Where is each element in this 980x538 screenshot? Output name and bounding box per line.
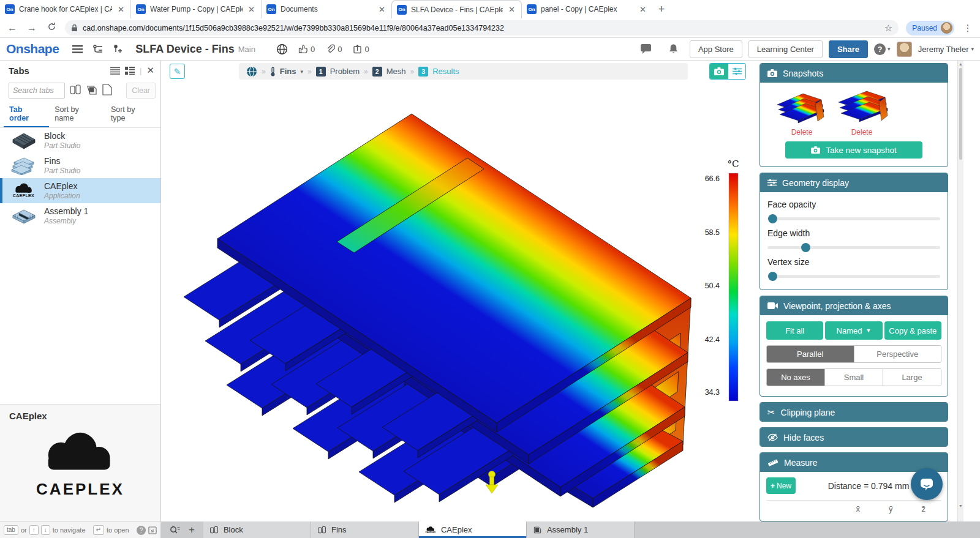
snapshots-header[interactable]: Snapshots: [760, 64, 948, 83]
browser-tab-active[interactable]: On SLFA Device - Fins | CAEplex ✕: [391, 0, 522, 18]
3d-viewport[interactable]: °C 66.6 58.5 50.4 42.4 34.3 ✎ » Fins ▾ »…: [161, 61, 755, 521]
filter-blank-icon[interactable]: [102, 84, 112, 97]
step-mesh[interactable]: Mesh: [386, 67, 406, 76]
named-views-button[interactable]: Named▼: [825, 321, 882, 340]
tab-item-fins[interactable]: Fins Part Studio: [0, 153, 160, 178]
reload-icon[interactable]: [45, 22, 58, 34]
list-view-icon[interactable]: [110, 67, 120, 75]
tab-item-name: CAEplex: [44, 181, 80, 192]
onshape-logo[interactable]: Onshape: [6, 42, 59, 56]
likes-count[interactable]: 0: [298, 44, 315, 54]
clear-search-button[interactable]: Clear: [126, 83, 156, 99]
scrollbar-thumb[interactable]: [959, 68, 962, 160]
help-menu[interactable]: ? ▾: [874, 43, 891, 55]
copies-count[interactable]: 0: [353, 44, 369, 54]
part-studio-thumbnail: [10, 131, 38, 151]
doc-tab-assembly[interactable]: Assembly 1: [527, 521, 635, 538]
browser-menu-icon[interactable]: ⋮: [962, 23, 974, 34]
help-icon[interactable]: ?: [137, 526, 146, 535]
face-opacity-slider[interactable]: [767, 214, 940, 223]
browser-tab[interactable]: On Documents ✕: [261, 0, 391, 18]
close-tab-icon[interactable]: ✕: [638, 5, 647, 14]
edit-setup-button[interactable]: ✎: [170, 64, 185, 79]
search-tabs-input[interactable]: [9, 83, 65, 99]
doc-tab-fins[interactable]: Fins: [311, 521, 419, 538]
fit-all-button[interactable]: Fit all: [766, 321, 823, 340]
forward-icon[interactable]: →: [26, 23, 38, 34]
links-count[interactable]: 0: [326, 44, 342, 54]
new-version-icon[interactable]: [113, 44, 122, 54]
public-globe-icon[interactable]: [276, 43, 288, 55]
app-store-button[interactable]: App Store: [690, 40, 742, 58]
back-icon[interactable]: ←: [6, 23, 18, 34]
projection-parallel[interactable]: Parallel: [767, 346, 854, 362]
url-input[interactable]: cad.onshape.com/documents/1f15d506a9cb39…: [65, 20, 899, 35]
axes-small[interactable]: Small: [824, 369, 883, 386]
scroll-down-icon[interactable]: ▼: [958, 504, 963, 508]
sort-by-type[interactable]: Sort by type: [105, 102, 157, 127]
sort-tab-order[interactable]: Tab order: [4, 102, 49, 127]
breadcrumb-part[interactable]: Fins: [280, 67, 296, 76]
user-menu[interactable]: Jeremy Theler ▾: [918, 45, 974, 54]
user-avatar[interactable]: [897, 42, 912, 57]
detail-view-icon[interactable]: [125, 67, 135, 75]
step-results-active[interactable]: Results: [432, 67, 459, 76]
new-tab-button[interactable]: +: [652, 0, 671, 18]
browser-tab[interactable]: On Water Pump - Copy | CAEple ✕: [130, 0, 261, 18]
axes-large[interactable]: Large: [883, 369, 941, 386]
sort-by-name[interactable]: Sort by name: [49, 102, 105, 127]
named-label: Named: [837, 326, 862, 335]
close-tab-icon[interactable]: ✕: [116, 5, 126, 14]
axes-none[interactable]: No axes: [767, 369, 824, 386]
learning-center-button[interactable]: Learning Center: [748, 40, 823, 58]
live-chat-button[interactable]: [911, 468, 943, 500]
share-button[interactable]: Share: [829, 40, 868, 58]
viewpoint-header[interactable]: Viewpoint, projection & axes: [760, 296, 948, 315]
step-problem[interactable]: Problem: [330, 67, 360, 76]
fins-thermal-model[interactable]: °C 66.6 58.5 50.4 42.4 34.3: [161, 61, 755, 510]
close-tab-icon[interactable]: ✕: [377, 5, 386, 14]
close-panel-icon[interactable]: ✕: [146, 65, 154, 76]
comments-icon[interactable]: [640, 44, 652, 54]
chevron-down-icon[interactable]: ▾: [300, 69, 303, 75]
delete-snapshot-link[interactable]: Delete: [851, 128, 873, 136]
globe-icon[interactable]: [246, 66, 257, 77]
add-tab-icon[interactable]: +: [189, 524, 195, 536]
dock-panel-icon[interactable]: [148, 526, 157, 534]
hide-faces-header[interactable]: Hide faces: [760, 428, 948, 447]
scroll-up-icon[interactable]: ▲: [958, 62, 963, 66]
main-menu-icon[interactable]: [72, 45, 83, 53]
measure-header[interactable]: Measure: [760, 453, 948, 472]
new-measure-button[interactable]: +New: [766, 477, 796, 494]
projection-perspective[interactable]: Perspective: [854, 346, 941, 362]
take-new-snapshot-button[interactable]: Take new snapshot: [785, 141, 922, 159]
snapshot-thumbnail[interactable]: [775, 86, 829, 127]
notifications-bell-icon[interactable]: [668, 43, 679, 54]
filter-parts-icon[interactable]: [69, 84, 81, 97]
snapshot-camera-button[interactable]: [710, 64, 728, 79]
sync-paused-badge[interactable]: Paused: [906, 21, 954, 35]
clipping-plane-header[interactable]: ✂ Clipping plane: [760, 403, 948, 422]
doc-tab-block[interactable]: Block: [203, 521, 311, 538]
snapshot-thumbnail[interactable]: [835, 86, 889, 127]
tab-item-block[interactable]: Block Part Studio: [0, 128, 160, 153]
browser-tab[interactable]: On panel - Copy | CAEplex ✕: [522, 0, 652, 18]
close-tab-icon[interactable]: ✕: [507, 5, 516, 14]
tab-item-assembly[interactable]: Assembly 1 Assembly: [0, 203, 160, 228]
geometry-display-header[interactable]: Geometry display: [760, 173, 948, 192]
bookmark-star-icon[interactable]: ☆: [884, 23, 892, 34]
doc-tab-caeplex-active[interactable]: CAEPLEX CAEplex: [419, 521, 527, 538]
tab-item-caeplex-selected[interactable]: CAEPLEX CAEplex Application: [0, 178, 160, 203]
copy-paste-view-button[interactable]: Copy & paste: [884, 321, 941, 340]
search-tabs-icon[interactable]: [170, 526, 180, 534]
edge-width-slider[interactable]: [767, 243, 940, 252]
close-tab-icon[interactable]: ✕: [247, 5, 256, 14]
versions-tree-icon[interactable]: [92, 45, 104, 54]
display-settings-button[interactable]: [728, 64, 745, 79]
filter-assemblies-icon[interactable]: [86, 84, 98, 97]
delete-snapshot-link[interactable]: Delete: [791, 128, 813, 136]
plus-icon: +: [771, 482, 775, 490]
browser-tab[interactable]: On Crane hook for CAEplex | CAE ✕: [0, 0, 130, 18]
vertex-size-slider[interactable]: [767, 272, 940, 281]
right-scrollbar[interactable]: ▲ ▼: [957, 61, 963, 521]
